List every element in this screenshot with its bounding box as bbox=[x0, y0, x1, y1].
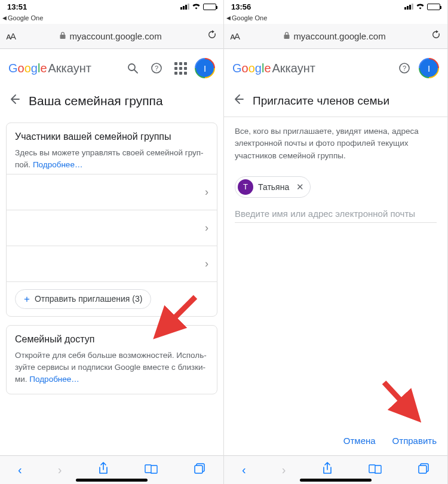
phone-right: 13:56 ◀ Google One ᴀA myaccount.google.c… bbox=[224, 0, 448, 484]
google-header: Google Аккаунт ? I bbox=[224, 49, 447, 87]
home-indicator bbox=[76, 479, 148, 482]
status-time: 13:51 bbox=[7, 2, 27, 11]
back-triangle-icon: ◀ bbox=[2, 15, 7, 21]
family-sharing-card: Семейный доступ Откройте для себя больше… bbox=[6, 325, 217, 395]
svg-text:?: ? bbox=[155, 65, 158, 72]
logo-suffix: Аккаунт bbox=[272, 62, 315, 75]
svg-line-1 bbox=[134, 70, 137, 73]
page-title: Пригласите членов семьи bbox=[253, 94, 389, 108]
google-logo: Google Аккаунт bbox=[8, 62, 91, 75]
lock-icon bbox=[284, 32, 290, 41]
cancel-button[interactable]: Отмена bbox=[343, 436, 376, 446]
back-button[interactable] bbox=[232, 93, 244, 108]
page-title-row: Пригласите членов семьи bbox=[224, 87, 447, 117]
wifi-icon bbox=[416, 2, 425, 11]
send-button[interactable]: Отправить bbox=[392, 436, 437, 446]
reload-icon[interactable] bbox=[431, 29, 441, 43]
google-logo: Google Аккаунт bbox=[232, 62, 315, 75]
help-icon[interactable]: ? bbox=[395, 59, 414, 78]
url-host: myaccount.google.com bbox=[293, 31, 385, 41]
member-row[interactable]: › bbox=[7, 210, 217, 246]
phone-left: 13:51 ◀ Google One ᴀA myaccount.google.c… bbox=[0, 0, 224, 484]
invite-body: Все, кого вы приглашаете, увидят имена, … bbox=[224, 117, 447, 455]
signal-icon bbox=[404, 4, 413, 10]
card-desc: Откройте для себя больше возможностей. И… bbox=[15, 350, 208, 386]
learn-more-link[interactable]: Подробнее… bbox=[29, 375, 79, 384]
avatar[interactable]: I bbox=[419, 58, 439, 78]
card-head: Семейный доступ Откройте для себя больше… bbox=[7, 326, 217, 394]
bookmarks-icon[interactable] bbox=[145, 463, 158, 477]
battery-icon bbox=[427, 4, 440, 10]
member-row[interactable]: › bbox=[7, 246, 217, 281]
help-icon[interactable]: ? bbox=[147, 59, 166, 78]
learn-more-link[interactable]: Подробнее… bbox=[33, 160, 83, 169]
bookmarks-icon[interactable] bbox=[369, 463, 382, 477]
breadcrumb-label: Google One bbox=[8, 14, 43, 22]
card-title: Участники вашей семейной группы bbox=[15, 131, 208, 142]
nav-forward-icon[interactable]: › bbox=[58, 463, 62, 477]
battery-icon bbox=[203, 4, 216, 10]
card-desc: Здесь вы можете управлять своей семейной… bbox=[15, 147, 208, 171]
google-header: Google Аккаунт ? I bbox=[0, 49, 223, 87]
status-time: 13:56 bbox=[231, 2, 251, 11]
search-icon[interactable] bbox=[123, 59, 142, 78]
member-row[interactable]: › bbox=[7, 174, 217, 210]
text-size-button[interactable]: ᴀA bbox=[6, 31, 15, 42]
svg-rect-5 bbox=[195, 465, 202, 473]
page-title: Ваша семейная группа bbox=[29, 94, 163, 108]
plus-icon: + bbox=[24, 294, 30, 304]
invite-label: Отправить приглашения (3) bbox=[35, 294, 142, 304]
chevron-right-icon: › bbox=[205, 222, 208, 234]
breadcrumb[interactable]: ◀ Google One bbox=[224, 13, 447, 24]
svg-text:?: ? bbox=[403, 65, 406, 72]
status-right bbox=[404, 2, 440, 11]
url-display[interactable]: myaccount.google.com bbox=[245, 31, 425, 41]
back-button[interactable] bbox=[8, 93, 20, 108]
info-text: Все, кого вы приглашаете, увидят имена, … bbox=[235, 125, 437, 162]
contact-name: Татьяна bbox=[258, 182, 289, 192]
nav-back-icon[interactable]: ‹ bbox=[242, 463, 246, 477]
avatar[interactable]: I bbox=[195, 58, 215, 78]
contact-chip: Т Татьяна ✕ bbox=[235, 176, 311, 198]
home-indicator bbox=[300, 479, 372, 482]
lock-icon bbox=[60, 32, 66, 41]
wifi-icon bbox=[192, 2, 201, 11]
url-host: myaccount.google.com bbox=[69, 31, 161, 41]
nav-back-icon[interactable]: ‹ bbox=[18, 463, 22, 477]
breadcrumb-label: Google One bbox=[232, 14, 267, 22]
invite-row: + Отправить приглашения (3) bbox=[7, 281, 217, 316]
nav-forward-icon[interactable]: › bbox=[282, 463, 286, 477]
dialog-actions: Отмена Отправить bbox=[343, 436, 437, 446]
url-display[interactable]: myaccount.google.com bbox=[21, 31, 201, 41]
url-bar: ᴀA myaccount.google.com bbox=[0, 24, 223, 49]
share-icon[interactable] bbox=[98, 462, 109, 478]
url-bar: ᴀA myaccount.google.com bbox=[224, 24, 447, 49]
signal-icon bbox=[180, 4, 189, 10]
tabs-icon[interactable] bbox=[418, 462, 429, 477]
svg-point-0 bbox=[128, 64, 135, 71]
avatar-initial: I bbox=[420, 59, 438, 77]
avatar-initial: I bbox=[196, 59, 214, 77]
chevron-right-icon: › bbox=[205, 186, 208, 198]
apps-icon[interactable] bbox=[171, 59, 190, 78]
breadcrumb[interactable]: ◀ Google One bbox=[0, 13, 223, 24]
remove-contact-icon[interactable]: ✕ bbox=[296, 182, 304, 192]
chevron-right-icon: › bbox=[205, 258, 208, 270]
card-head: Участники вашей семейной группы Здесь вы… bbox=[7, 123, 217, 174]
text-size-button[interactable]: ᴀA bbox=[230, 31, 239, 42]
back-triangle-icon: ◀ bbox=[226, 15, 231, 21]
contact-avatar: Т bbox=[238, 179, 253, 195]
svg-rect-10 bbox=[419, 465, 426, 473]
family-members-card: Участники вашей семейной группы Здесь вы… bbox=[6, 122, 217, 317]
logo-suffix: Аккаунт bbox=[48, 62, 91, 75]
page-title-row: Ваша семейная группа bbox=[0, 87, 223, 119]
reload-icon[interactable] bbox=[207, 29, 217, 43]
card-title: Семейный доступ bbox=[15, 334, 208, 345]
tabs-icon[interactable] bbox=[194, 462, 205, 477]
share-icon[interactable] bbox=[322, 462, 333, 478]
status-right bbox=[180, 2, 216, 11]
send-invitations-button[interactable]: + Отправить приглашения (3) bbox=[15, 289, 151, 309]
status-bar: 13:56 bbox=[224, 0, 447, 13]
status-bar: 13:51 bbox=[0, 0, 223, 13]
email-input[interactable] bbox=[235, 205, 437, 223]
